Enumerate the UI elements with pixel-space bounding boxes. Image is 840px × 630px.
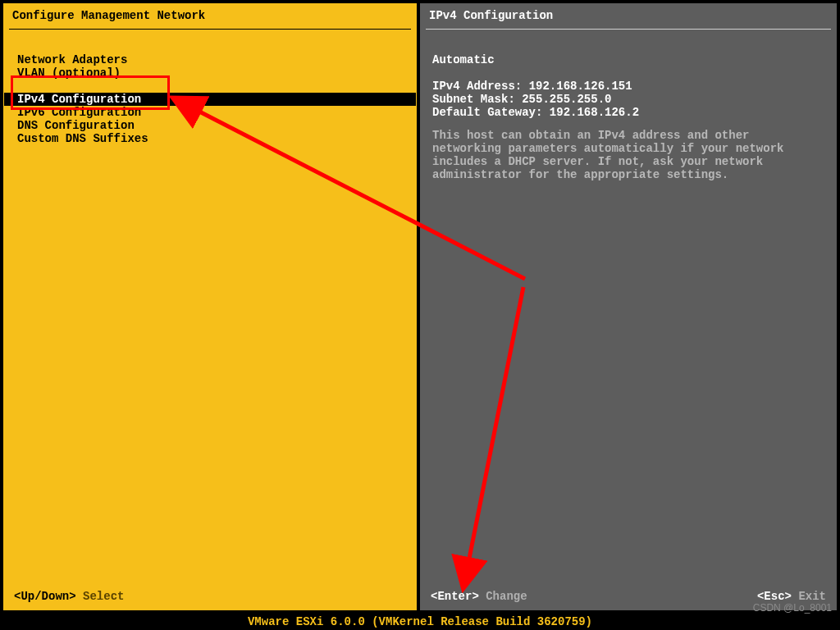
default-gateway-value: 192.168.126.2 <box>550 106 639 119</box>
ipv4-address-value: 192.168.126.151 <box>529 80 632 93</box>
hint-action-change: Change <box>479 590 527 603</box>
right-divider <box>426 29 831 30</box>
right-panel-title: IPv4 Configuration <box>421 4 836 25</box>
menu-spacer <box>4 80 416 93</box>
esxi-dcui-screen: Configure Management Network Network Ada… <box>0 0 840 630</box>
right-footer: <Enter> Change <Esc> Exit <box>421 590 836 603</box>
left-footer: <Up/Down> Select <box>4 590 416 603</box>
menu-item-ipv4-config[interactable]: IPv4 Configuration <box>4 93 416 106</box>
hint-key-esc: <Esc> <box>757 590 792 603</box>
hint-key-enter: <Enter> <box>431 590 479 603</box>
left-menu[interactable]: Network Adapters VLAN (optional) IPv4 Co… <box>4 37 416 580</box>
hint-action-exit: Exit <box>792 590 826 603</box>
help-text: This host can obtain an IPv4 address and… <box>421 119 836 181</box>
right-body: Automatic IPv4 Address: 192.168.126.151 … <box>421 37 836 580</box>
menu-item-dns-config[interactable]: DNS Configuration <box>4 119 416 132</box>
status-bar: VMware ESXi 6.0.0 (VMKernel Release Buil… <box>0 614 840 630</box>
subnet-mask-line: Subnet Mask: 255.255.255.0 <box>421 93 836 106</box>
left-panel: Configure Management Network Network Ada… <box>3 3 417 610</box>
subnet-mask-value: 255.255.255.0 <box>522 93 611 106</box>
ipv4-address-line: IPv4 Address: 192.168.126.151 <box>421 80 836 93</box>
hint-action-select: Select <box>76 590 125 603</box>
menu-item-custom-dns-suffixes[interactable]: Custom DNS Suffixes <box>4 132 416 145</box>
watermark: CSDN @Lo_8001 <box>753 602 832 614</box>
ipv4-mode: Automatic <box>421 53 836 66</box>
menu-item-network-adapters[interactable]: Network Adapters <box>4 53 416 66</box>
left-divider <box>9 29 411 30</box>
menu-item-ipv6-config[interactable]: IPv6 Configuration <box>4 106 416 119</box>
hint-key-updown: <Up/Down> <box>14 590 76 603</box>
default-gateway-line: Default Gateway: 192.168.126.2 <box>421 106 836 119</box>
menu-item-vlan[interactable]: VLAN (optional) <box>4 66 416 80</box>
right-panel: IPv4 Configuration Automatic IPv4 Addres… <box>420 3 837 610</box>
left-panel-title: Configure Management Network <box>4 4 416 25</box>
